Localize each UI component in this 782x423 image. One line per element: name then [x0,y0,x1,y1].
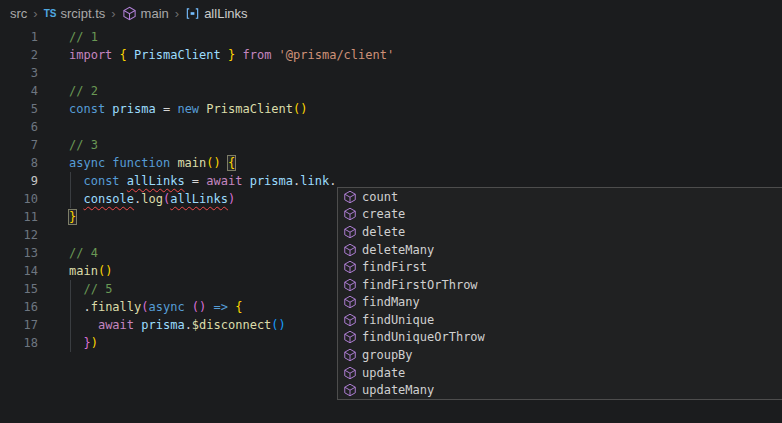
suggestion-create[interactable]: create [338,206,782,224]
code-token: finally [91,300,142,314]
symbol-method-icon [342,347,358,363]
code-token [69,282,83,296]
code-token: link [300,174,329,188]
code-line-2[interactable]: 2import { PrismaClient } from '@prisma/c… [0,46,782,64]
code-token: prisma [112,102,155,116]
breadcrumb-separator: › [111,6,115,21]
code-token: ) [91,336,98,350]
code-line-6[interactable]: 6 [0,118,782,136]
code-line-8[interactable]: 8async function main() { [0,154,782,172]
code-token: async [149,300,185,314]
line-number: 16 [0,298,38,316]
code-token: async [69,156,105,170]
suggestion-findFirstOrThrow[interactable]: findFirstOrThrow [338,276,782,294]
symbol-method-icon [342,329,358,345]
code-token [69,174,83,188]
breadcrumb-item-main[interactable]: main [122,6,169,21]
code-token: () [192,300,206,314]
code-token: ( [141,300,148,314]
suggestion-label: findFirst [362,260,427,274]
code-token: $disconnect [192,318,271,332]
code-token: } [83,336,90,350]
symbol-method-icon [342,312,358,328]
code-token [69,336,83,350]
suggestion-findUnique[interactable]: findUnique [338,311,782,329]
breadcrumb-item-allLinks[interactable]: allLinks [185,6,247,21]
breadcrumb: src›TSsrcipt.ts›main›allLinks [0,0,782,26]
symbol-method-icon [342,224,358,240]
symbol-method-icon [342,206,358,222]
code-token: () [271,318,285,332]
symbol-method-icon [342,242,358,258]
line-number: 8 [0,154,38,172]
code-token: . [83,300,90,314]
code-token: from [242,48,271,62]
line-number: 11 [0,208,38,226]
line-number: 7 [0,136,38,154]
suggestion-count[interactable]: count [338,188,782,206]
suggestion-label: findFirstOrThrow [362,278,478,292]
code-token: // 2 [69,84,98,98]
code-line-content: import { PrismaClient } from '@prisma/cl… [69,46,394,64]
code-token: new [177,102,199,116]
line-number: 3 [0,64,38,82]
code-line-content: main() [69,262,112,280]
code-line-content: .finally(async () => { [69,298,242,316]
line-number: 18 [0,334,38,352]
code-line-7[interactable]: 7// 3 [0,136,782,154]
code-line-1[interactable]: 1// 1 [0,28,782,46]
suggestion-findFirst[interactable]: findFirst [338,258,782,276]
line-number: 4 [0,82,38,100]
code-token: = [156,102,178,116]
code-token: console [83,192,134,206]
code-token: const [69,102,105,116]
breadcrumb-label: main [141,6,169,21]
code-token: import [69,48,112,62]
code-line-4[interactable]: 4// 2 [0,82,782,100]
code-token [221,156,228,170]
line-number: 10 [0,190,38,208]
line-number: 17 [0,316,38,334]
code-token: () [206,156,220,170]
code-token: // 4 [69,246,98,260]
breadcrumb-item-srcipt.ts[interactable]: TSsrcipt.ts [44,6,106,21]
line-number: 15 [0,280,38,298]
suggestion-delete[interactable]: delete [338,223,782,241]
suggestion-deleteMany[interactable]: deleteMany [338,241,782,259]
suggestion-groupBy[interactable]: groupBy [338,346,782,364]
code-token: function [112,156,170,170]
suggestion-label: create [362,207,405,221]
suggestion-label: findMany [362,295,420,309]
code-token: { [228,156,235,170]
code-token: await [98,318,134,332]
symbol-method-icon [342,294,358,310]
code-token [120,174,127,188]
code-token: log [141,192,163,206]
breadcrumb-separator: › [33,6,37,21]
suggestion-findMany[interactable]: findMany [338,293,782,311]
suggestion-findUniqueOrThrow[interactable]: findUniqueOrThrow [338,329,782,347]
code-token: PrismaClient [206,102,293,116]
code-line-content: async function main() { [69,154,235,172]
symbol-method-icon [342,259,358,275]
code-token: // 3 [69,138,98,152]
code-line-content: // 5 [69,280,112,298]
code-token: . [329,174,336,188]
breadcrumb-item-src[interactable]: src [10,6,27,21]
suggestion-updateMany[interactable]: updateMany [338,381,782,399]
suggestion-update[interactable]: update [338,364,782,382]
code-token: const [83,174,119,188]
breadcrumb-label: allLinks [204,6,247,21]
intellisense-suggest-widget[interactable]: countcreatedeletedeleteManyfindFirstfind… [337,187,782,400]
line-number: 6 [0,118,38,136]
code-token: allLinks [170,192,228,206]
code-token: { [120,48,127,62]
code-token: await [206,174,242,188]
code-token: // 5 [83,282,112,296]
code-line-5[interactable]: 5const prisma = new PrismaClient() [0,100,782,118]
code-token [185,300,192,314]
code-line-content: const prisma = new PrismaClient() [69,100,307,118]
code-line-content: // 3 [69,136,98,154]
suggestion-label: updateMany [362,383,434,397]
code-line-3[interactable]: 3 [0,64,782,82]
